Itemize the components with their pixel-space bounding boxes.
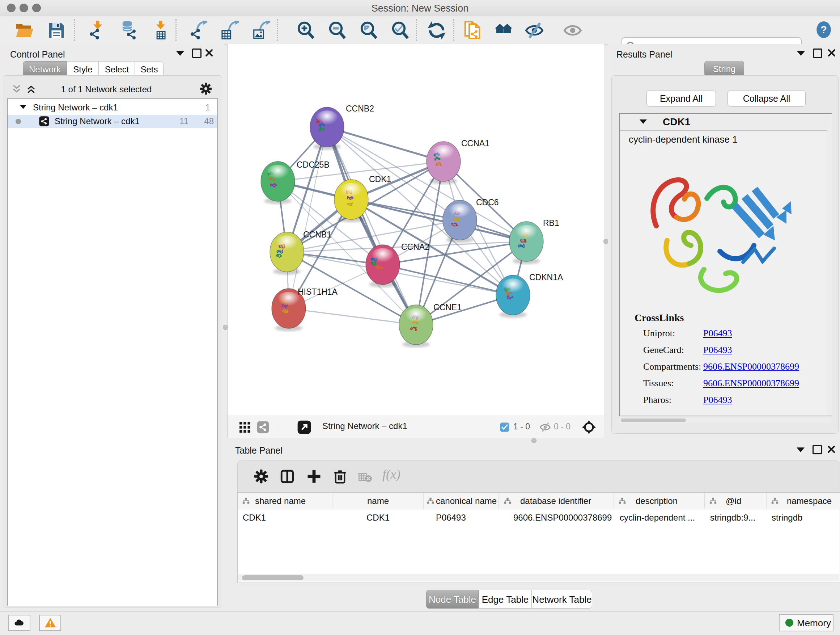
network-edge[interactable] [289,309,416,325]
zoom-selected-icon[interactable] [391,21,410,40]
add-column-icon[interactable] [306,469,322,484]
results-hscroll-thumb[interactable] [621,418,686,422]
expand-all-button[interactable]: Expand All [646,90,716,107]
column-header-description[interactable]: description [614,493,705,509]
help-icon[interactable]: ? [815,21,833,39]
zoom-in-icon[interactable] [296,21,316,40]
cell-shared-name[interactable]: CDK1 [243,510,330,526]
column-header-namespace[interactable]: namespace [767,493,840,509]
network-edge[interactable] [289,127,327,309]
tab-style[interactable]: Style [67,61,99,77]
import-database-icon[interactable] [118,21,138,40]
cell-database-identifier[interactable]: 9606.ENSP00000378699 [513,510,622,526]
cell-name[interactable]: CDK1 [332,510,424,526]
tab-select[interactable]: Select [99,61,135,77]
export-image-icon[interactable] [252,21,271,40]
collection-expander-icon[interactable] [20,105,27,109]
cloud-button[interactable] [8,615,30,631]
network-view-icon[interactable] [256,421,270,434]
tab-network[interactable]: Network [23,61,67,77]
network-canvas[interactable]: CCNB2CCNA1CDC25BCDK1CDC6RB1CCNB1CCNA2CDK… [227,44,604,416]
network-node-CCNB1[interactable]: CCNB1 [270,230,332,275]
network-node-CCNA2[interactable]: CCNA2 [366,242,429,287]
hidden-eye-icon[interactable] [539,421,551,433]
maximize-panel-icon[interactable] [813,49,822,58]
network-node-HIST1H1A[interactable]: HIST1H1A [272,287,338,331]
cell-canonical-name[interactable]: P06493 [436,510,497,526]
crosslink-tissues-link[interactable]: 9606.ENSP00000378699 [703,378,799,389]
column-header-shared-name[interactable]: shared name [238,493,332,509]
results-vertical-scrollbar[interactable] [827,114,832,416]
collapse-all-networks-icon[interactable] [26,84,36,95]
tab-string[interactable]: String [704,61,744,77]
table-options-gear-icon[interactable] [254,469,269,484]
network-options-gear-icon[interactable] [199,82,212,95]
horizontal-splitter-handle[interactable] [531,438,537,443]
open-folder-icon[interactable] [14,21,34,40]
network-node-CDKN1A[interactable]: CDKN1A [496,272,563,318]
float-panel-icon[interactable] [797,448,805,452]
results-horizontal-scrollbar[interactable] [620,418,831,423]
table-hscroll-thumb[interactable] [242,575,303,580]
column-header-id[interactable]: @id [705,493,767,509]
maximize-panel-icon[interactable] [192,49,202,58]
open-in-new-window-icon[interactable] [297,420,311,434]
crosslink-uniprot-link[interactable]: P06493 [703,328,732,339]
network-collection-row[interactable]: String Network – cdk1 1 [8,101,217,114]
close-panel-icon[interactable] [827,445,836,454]
hide-selected-eye-icon[interactable] [524,21,544,40]
gene-header[interactable]: CDK1 [620,114,831,131]
tab-edge-table[interactable]: Edge Table [478,590,532,608]
close-panel-icon[interactable] [827,49,836,57]
show-columns-icon[interactable] [279,469,295,484]
show-eye-icon[interactable] [563,21,583,40]
column-header-name[interactable]: name [332,493,424,509]
crosslink-genecard-link[interactable]: P06493 [703,345,732,356]
birdseye-crosshair-icon[interactable] [581,420,597,435]
cell-id[interactable]: stringdb:9... [710,510,764,526]
show-grid-icon[interactable] [238,421,251,434]
crosslink-compartments-link[interactable]: 9606.ENSP00000378699 [703,361,799,372]
column-header-database-identifier[interactable]: database identifier [499,493,614,509]
network-edge[interactable] [327,127,444,162]
import-table-icon[interactable] [151,21,171,40]
tab-node-table[interactable]: Node Table [426,590,478,608]
network-row[interactable]: String Network – cdk1 11 48 [8,115,217,128]
zoom-fit-icon[interactable] [359,21,379,40]
cell-description[interactable]: cyclin-dependent ... [620,510,703,526]
collapse-gene-icon[interactable] [639,119,647,124]
delete-column-trash-icon[interactable] [332,469,347,484]
maximize-panel-icon[interactable] [813,445,822,454]
network-edge[interactable] [383,264,513,295]
float-panel-icon[interactable] [176,51,184,56]
float-panel-icon[interactable] [797,51,805,56]
warnings-button[interactable] [39,615,61,631]
network-node-RB1[interactable]: RB1 [509,218,559,264]
left-splitter-handle[interactable] [223,325,228,330]
zoom-out-icon[interactable] [328,21,347,40]
export-network-icon[interactable] [189,21,209,40]
collapse-all-button[interactable]: Collapse All [728,90,806,107]
close-panel-icon[interactable] [205,49,213,57]
refresh-layout-icon[interactable] [427,21,447,40]
network-node-CDC25B[interactable]: CDC25B [261,160,330,204]
cell-namespace[interactable]: stringdb [772,510,837,526]
memory-button[interactable]: Memory [779,614,834,631]
selected-checkbox-icon[interactable] [500,422,510,432]
expand-all-networks-icon[interactable] [11,84,22,95]
table-horizontal-scrollbar[interactable] [238,574,839,581]
houses-icon[interactable] [494,21,513,40]
tab-network-table[interactable]: Network Table [532,590,592,608]
save-icon[interactable] [47,21,66,40]
column-header-canonical-name[interactable]: canonical name [424,493,499,509]
network-node-CCNE1[interactable]: CCNE1 [399,302,462,348]
export-table-icon[interactable] [221,21,240,40]
network-node-CCNB2[interactable]: CCNB2 [310,104,374,150]
crosslink-pharos-link[interactable]: P06493 [703,394,732,405]
clone-network-icon[interactable] [463,21,483,40]
network-edge[interactable] [327,127,416,325]
network-node-CCNA1[interactable]: CCNA1 [426,139,489,184]
import-network-icon[interactable] [88,21,107,40]
tab-sets[interactable]: Sets [135,61,164,77]
network-graph[interactable]: CCNB2CCNA1CDC25BCDK1CDC6RB1CCNB1CCNA2CDK… [227,44,604,416]
